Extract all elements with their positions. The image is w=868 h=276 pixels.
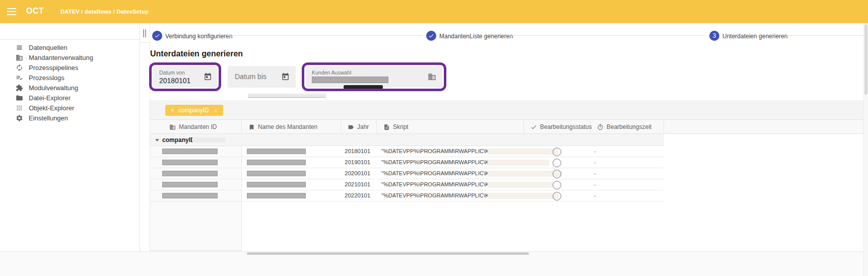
datum-bis-field[interactable]: Datum bis (228, 66, 296, 88)
cell-jahr: 20220101 (345, 190, 370, 201)
column-header-mandanten-id[interactable]: Mandanten ID (150, 120, 242, 134)
sidebar-header (0, 23, 140, 40)
redacted-mandant-name (247, 160, 306, 165)
datum-von-value[interactable]: 20180101 (159, 77, 190, 85)
column-header-label: Name des Mandanten (258, 123, 317, 130)
cell-zeit: - (594, 168, 596, 179)
cell-jahr: 20190101 (345, 157, 370, 168)
sidebar-item-label: Objekt-Explorer (29, 104, 74, 112)
datum-von-field[interactable]: Datum von 20180101 (153, 66, 217, 88)
step-2-label[interactable]: MandantenListe generieren (439, 33, 513, 40)
sidebar-item-label: Mandantenverwaltung (29, 54, 93, 61)
calendar-icon[interactable] (281, 73, 290, 81)
check-icon (530, 124, 537, 130)
status-pending-icon (553, 192, 561, 200)
sidebar-item-label: Prozesslogs (29, 74, 64, 82)
redacted-mandant-name (247, 193, 306, 198)
folder-icon (16, 94, 23, 102)
check-icon (154, 33, 160, 39)
horizontal-scrollbar[interactable] (247, 252, 529, 255)
collapse-triangle-icon[interactable] (155, 139, 159, 142)
calendar-icon[interactable] (204, 73, 212, 81)
step-3-number-icon[interactable]: 3 (709, 31, 719, 41)
sidebar-item-datenquellen[interactable]: Datenquellen (0, 42, 140, 52)
sidebar-item-prozesslogs[interactable]: Prozesslogs (0, 73, 140, 83)
sidebar-item-label: Datei-Explorer (29, 94, 71, 102)
column-header-label: Mandanten ID (179, 123, 217, 130)
table-row[interactable]: 20190101 "%DATEVPP%\PROGRAMM\RWAPPLIC\Kr… (150, 157, 664, 168)
redacted-mandant-id (162, 171, 218, 176)
redacted-mandant-id (162, 193, 218, 198)
top-app-bar: OCT DATEV / dataflows / DatevSetup (0, 0, 868, 23)
company-icon[interactable] (428, 73, 436, 81)
step-connector (510, 35, 705, 36)
table-row[interactable]: 20220101 "%DATEVPP%\PROGRAMM\RWAPPLIC\Kr… (150, 190, 664, 201)
table-body: 20180101 "%DATEVPP%\PROGRAMM\RWAPPLIC\Kr… (150, 146, 664, 201)
sidebar-item-objekt-explorer[interactable]: Objekt-Explorer (0, 103, 140, 113)
redacted-mandant-id (162, 182, 218, 187)
app: OCT DATEV / dataflows / DatevSetup Daten… (0, 0, 868, 276)
step-connector (228, 35, 422, 36)
datum-bis-placeholder: Datum bis (235, 73, 266, 81)
table-row[interactable]: 20180101 "%DATEVPP%\PROGRAMM\RWAPPLIC\Kr… (150, 146, 664, 157)
check-icon (428, 33, 434, 39)
group-row-companyid[interactable]: companyID: (150, 134, 664, 146)
redaction-artifact (488, 193, 558, 199)
redacted-mandant-id (162, 160, 218, 165)
building-icon (169, 124, 176, 130)
cell-zeit: - (594, 146, 596, 157)
group-chip-companyid[interactable]: companyID (165, 105, 223, 116)
table-row[interactable]: 20210101 "%DATEVPP%\PROGRAMM\RWAPPLIC\Kr… (150, 179, 664, 190)
sidebar-item-datei-explorer[interactable]: Datei-Explorer (0, 93, 140, 103)
column-header-jahr[interactable]: Jahr (341, 120, 377, 134)
redaction-artifact (344, 85, 383, 89)
vertical-scrollbar[interactable] (863, 23, 868, 276)
column-header-label: Bearbeitungszeit (607, 123, 651, 130)
arrow-up-icon[interactable] (170, 108, 175, 113)
step-1-label[interactable]: Verbindung konfigurieren (165, 33, 232, 40)
cell-zeit: - (594, 157, 596, 168)
status-pending-icon (553, 181, 561, 189)
redaction-artifact (488, 171, 562, 177)
panel-splitter[interactable] (140, 23, 150, 252)
sidebar-item-prozesspipelines[interactable]: Prozesspipelines (0, 62, 140, 73)
step-connector (786, 35, 863, 36)
column-header-bearbeitungsstatus[interactable]: Bearbeitungsstatus (524, 120, 590, 134)
kunden-auswahl-field[interactable]: Kunden Auswahl (306, 66, 442, 88)
status-pending-icon (553, 159, 561, 167)
chip-label: companyID (178, 107, 209, 114)
grid-dots-icon (16, 104, 23, 112)
sidebar-item-mandantenverwaltung[interactable]: Mandantenverwaltung (0, 52, 140, 62)
step-2-done-icon[interactable] (426, 31, 436, 41)
timer-icon (597, 124, 604, 130)
step-3-label[interactable]: Unterdateien generieren (722, 33, 787, 40)
building-icon (16, 54, 23, 61)
bookmark-icon (248, 124, 255, 130)
sidebar-item-einstellungen[interactable]: Einstellungen (0, 113, 140, 123)
datum-von-label: Datum von (159, 70, 185, 76)
step-1-done-icon[interactable] (152, 31, 162, 41)
vertical-scrollbar-thumb[interactable] (864, 24, 867, 95)
sidebar-item-label: Datenquellen (29, 44, 68, 51)
tag-icon (348, 124, 354, 130)
table-header-row: Mandanten ID Name des Mandanten Jahr Skr… (150, 120, 868, 134)
redacted-mandant-name (247, 149, 306, 154)
table-row[interactable]: 20200101 "%DATEVPP%\PROGRAMM\RWAPPLIC\Kr… (150, 168, 664, 179)
cell-jahr: 20180101 (345, 146, 370, 157)
column-header-skript[interactable]: Skript (377, 120, 524, 134)
gear-icon (16, 114, 23, 122)
sidebar-item-label: Modulverwaltung (29, 84, 78, 92)
menu-icon[interactable] (7, 8, 16, 15)
kunden-auswahl-label: Kunden Auswahl (312, 70, 351, 76)
cell-zeit: - (594, 179, 596, 190)
redacted-mandant-name (247, 182, 306, 187)
page-title: Unterdateien generieren (150, 49, 243, 58)
breadcrumb[interactable]: DATEV / dataflows / DatevSetup (60, 9, 149, 15)
column-header-bearbeitungszeit[interactable]: Bearbeitungszeit (590, 120, 664, 134)
drag-handle-icon[interactable] (143, 29, 146, 37)
column-header-name-des-mandanten[interactable]: Name des Mandanten (242, 120, 341, 134)
close-icon[interactable] (213, 108, 219, 113)
column-header-label: Bearbeitungsstatus (540, 123, 592, 130)
sidebar-item-modulverwaltung[interactable]: Modulverwaltung (0, 83, 140, 93)
redaction-artifact (488, 160, 549, 166)
